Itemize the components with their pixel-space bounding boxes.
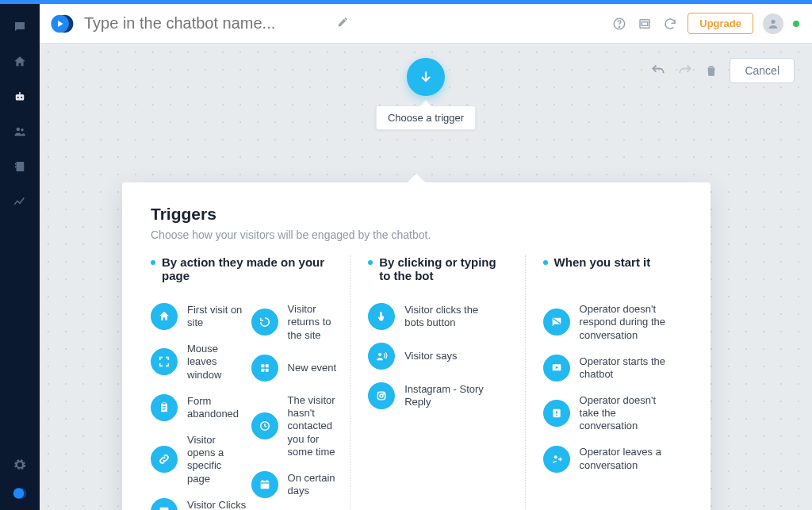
undo-icon[interactable] — [650, 63, 666, 79]
canvas-toolbar: Cancel — [650, 58, 795, 83]
delete-icon[interactable] — [704, 63, 718, 78]
choose-trigger-label: Choose a trigger — [376, 105, 476, 130]
help-icon[interactable] — [611, 16, 627, 32]
instagram-icon — [368, 382, 395, 409]
chat-mute-icon — [543, 309, 570, 336]
alert-icon — [543, 400, 570, 427]
trigger-label: Visitor says — [404, 350, 457, 362]
nav-analytics-icon[interactable] — [11, 193, 29, 210]
user-avatar[interactable] — [763, 13, 783, 34]
trigger-op-starts[interactable]: Operator starts the chatbot — [543, 355, 682, 382]
brand-logo[interactable] — [46, 11, 75, 36]
svg-rect-23 — [265, 368, 268, 371]
play-chat-icon — [543, 355, 570, 382]
history-icon — [251, 309, 278, 336]
start-circle[interactable] — [407, 58, 445, 96]
svg-point-17 — [771, 19, 775, 23]
svg-point-2 — [21, 97, 22, 98]
svg-rect-16 — [642, 21, 649, 25]
trigger-chat-icon-click[interactable]: Visitor Clicks on Chat Icon — [151, 498, 247, 510]
nav-home-icon[interactable] — [11, 53, 29, 71]
trigger-label: Visitor returns to the site — [288, 303, 347, 342]
trigger-clicks-button[interactable]: Visitor clicks the bots button — [368, 303, 507, 330]
trigger-new-event[interactable]: New event — [251, 355, 347, 382]
trigger-op-no-take[interactable]: Operator doesn't take the conversation — [543, 394, 682, 433]
col-header: By action they made on your page — [162, 255, 347, 282]
expand-icon — [151, 348, 178, 375]
trigger-label: Mouse leaves window — [187, 343, 247, 382]
refresh-icon[interactable] — [662, 16, 678, 32]
col-header: By clicking or typing to the bot — [379, 255, 507, 282]
svg-point-1 — [17, 97, 19, 98]
svg-point-14 — [619, 26, 620, 27]
exit-icon — [543, 446, 570, 473]
trigger-col-action: By action they made on your page First v… — [151, 255, 347, 510]
nav-bot-icon[interactable] — [11, 88, 29, 105]
svg-rect-6 — [17, 162, 25, 171]
trigger-panel: Triggers Choose how your visitors will b… — [122, 182, 710, 510]
app-logo-icon[interactable] — [11, 485, 29, 502]
start-node: Choose a trigger — [376, 58, 476, 130]
svg-rect-20 — [261, 364, 264, 367]
panel-title: Triggers — [151, 205, 682, 224]
header-bar: Upgrade — [40, 4, 812, 44]
svg-rect-8 — [15, 166, 17, 167]
trigger-op-leaves[interactable]: Operator leaves a conversation — [543, 446, 682, 473]
sidebar — [0, 4, 40, 510]
trigger-col-operator: When you start it Operator doesn't respo… — [529, 255, 682, 510]
trigger-label: Operator leaves a conversation — [580, 446, 667, 472]
trigger-label: Visitor Clicks on Chat Icon — [187, 499, 247, 511]
clock-icon — [251, 412, 278, 439]
nav-chat-icon[interactable] — [11, 18, 29, 36]
trigger-form-abandoned[interactable]: Form abandoned — [151, 394, 247, 421]
nav-settings-icon[interactable] — [11, 456, 29, 474]
tap-icon — [368, 303, 395, 330]
trigger-label: Operator doesn't take the conversation — [580, 394, 667, 433]
chatbot-name-input[interactable] — [84, 14, 327, 33]
trigger-col-clicking: By clicking or typing to the bot Visitor… — [350, 255, 525, 510]
chat-icon — [151, 498, 178, 510]
preview-icon[interactable] — [637, 16, 653, 32]
nav-contacts-icon[interactable] — [11, 158, 29, 175]
svg-point-32 — [556, 415, 557, 416]
bullet-icon — [543, 260, 548, 265]
svg-rect-3 — [19, 92, 21, 94]
trigger-specific-page[interactable]: Visitor opens a specific page — [151, 434, 247, 485]
svg-rect-7 — [15, 163, 17, 165]
col-header: When you start it — [554, 255, 651, 269]
calendar-icon — [251, 471, 278, 498]
upgrade-button[interactable]: Upgrade — [688, 13, 753, 34]
cancel-button[interactable]: Cancel — [730, 58, 795, 83]
trigger-no-contact[interactable]: The visitor hasn't contacted you for som… — [251, 394, 347, 458]
nav-users-icon[interactable] — [11, 123, 29, 140]
trigger-label: New event — [288, 362, 336, 374]
trigger-certain-days[interactable]: On certain days — [251, 471, 347, 498]
svg-point-29 — [384, 393, 385, 393]
link-icon — [151, 446, 178, 473]
trigger-visitor-says[interactable]: Visitor says — [368, 343, 507, 370]
trigger-first-visit[interactable]: First visit on site — [151, 303, 247, 330]
trigger-label: Instagram - Story Reply — [404, 383, 492, 409]
presence-indicator — [793, 21, 799, 27]
svg-point-4 — [17, 128, 21, 132]
svg-rect-22 — [261, 368, 264, 371]
flow-canvas: Cancel Choose a trigger Triggers Choose … — [40, 44, 812, 510]
svg-point-28 — [380, 394, 383, 397]
voice-icon — [368, 343, 395, 370]
trigger-label: Operator starts the chatbot — [580, 355, 667, 382]
trigger-label: Operator doesn't respond during the conv… — [580, 303, 667, 342]
edit-name-icon[interactable] — [337, 16, 349, 31]
trigger-op-no-respond[interactable]: Operator doesn't respond during the conv… — [543, 303, 682, 342]
home-icon — [151, 303, 178, 330]
grid-icon — [251, 355, 278, 382]
trigger-mouse-leave[interactable]: Mouse leaves window — [151, 343, 247, 382]
panel-subtitle: Choose how your visitors will be engaged… — [151, 228, 682, 241]
redo-icon[interactable] — [677, 63, 693, 79]
trigger-visitor-returns[interactable]: Visitor returns to the site — [251, 303, 347, 342]
svg-rect-19 — [163, 402, 166, 405]
svg-rect-21 — [265, 364, 268, 367]
trigger-label: First visit on site — [187, 304, 247, 330]
trigger-instagram-reply[interactable]: Instagram - Story Reply — [368, 382, 507, 409]
trigger-label: Form abandoned — [187, 395, 247, 421]
svg-rect-25 — [260, 481, 269, 489]
